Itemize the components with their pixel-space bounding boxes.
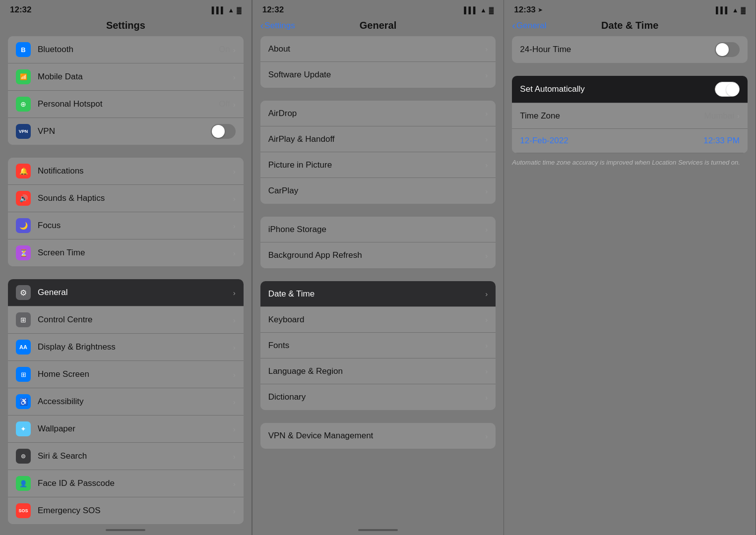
section-notifications: 🔔 Notifications › 🔊 Sounds & Haptics › 🌙… — [8, 158, 244, 266]
general-icon: ⚙ — [16, 285, 31, 300]
hotspot-icon: ⊕ — [16, 97, 31, 112]
row-bg-app-refresh[interactable]: Background App Refresh › — [260, 242, 496, 268]
timezone-label: Time Zone — [520, 111, 704, 121]
set-auto-toggle[interactable] — [715, 82, 740, 97]
notifications-label: Notifications — [38, 166, 233, 176]
iphone-storage-label: iPhone Storage — [268, 225, 486, 235]
row-control-centre[interactable]: ⊞ Control Centre › — [8, 306, 244, 334]
airplay-label: AirPlay & Handoff — [268, 134, 486, 144]
settings-title: Settings — [106, 20, 145, 31]
bluetooth-label: Bluetooth — [38, 45, 219, 55]
time-value: 12:33 PM — [703, 136, 740, 146]
pip-label: Picture in Picture — [268, 160, 486, 170]
row-pip[interactable]: Picture in Picture › — [260, 152, 496, 178]
siri-icon: ⊚ — [16, 449, 31, 464]
24hour-label: 24-Hour Time — [520, 45, 711, 55]
status-icons-2: ▌▌▌ ▲ ▓ — [464, 6, 494, 14]
dictionary-label: Dictionary — [268, 392, 486, 402]
row-focus[interactable]: 🌙 Focus › — [8, 212, 244, 239]
language-label: Language & Region — [268, 366, 486, 376]
auto-timezone-info: Automatic time zone accuracy is improved… — [504, 153, 756, 172]
battery-icon-3: ▓ — [741, 6, 746, 14]
row-airplay[interactable]: AirPlay & Handoff › — [260, 126, 496, 152]
row-wallpaper[interactable]: ✦ Wallpaper › — [8, 416, 244, 443]
status-time-3: 12:33 — [514, 5, 535, 15]
scroll-bar-1 — [0, 525, 252, 535]
display-label: Display & Brightness — [38, 342, 233, 352]
row-general[interactable]: ⚙ General › — [8, 279, 244, 306]
row-home-screen[interactable]: ⊞ Home Screen › — [8, 361, 244, 388]
section-datetime: Date & Time › Keyboard › Fonts › Languag… — [260, 281, 496, 410]
row-notifications[interactable]: 🔔 Notifications › — [8, 158, 244, 185]
bluetooth-value: On — [219, 45, 230, 55]
row-set-auto[interactable]: Set Automatically — [512, 76, 748, 103]
panel-general: 12:32 ▌▌▌ ▲ ▓ ‹ Settings General About ›… — [252, 0, 504, 535]
nav-header-3: ‹ General Date & Time — [504, 18, 756, 36]
screen-time-icon: ⏳ — [16, 245, 31, 260]
status-bar-3: 12:33 ➤ ▌▌▌ ▲ ▓ — [504, 0, 756, 18]
wallpaper-icon: ✦ — [16, 421, 31, 436]
row-keyboard[interactable]: Keyboard › — [260, 307, 496, 333]
back-button-datetime[interactable]: ‹ General — [512, 20, 546, 31]
section-airdrop: AirDrop › AirPlay & Handoff › Picture in… — [260, 101, 496, 204]
row-screen-time[interactable]: ⏳ Screen Time › — [8, 239, 244, 266]
emergency-sos-label: Emergency SOS — [38, 506, 233, 516]
airdrop-label: AirDrop — [268, 109, 486, 119]
general-page-title: General — [360, 20, 396, 31]
row-airdrop[interactable]: AirDrop › — [260, 101, 496, 126]
row-language[interactable]: Language & Region › — [260, 358, 496, 384]
bluetooth-icon: B — [16, 42, 31, 57]
section-vpn-device: VPN & Device Management › — [260, 423, 496, 449]
section-top: B Bluetooth On › 📶 Mobile Data › ⊕ Perso… — [8, 36, 244, 145]
24hour-toggle[interactable] — [715, 42, 740, 57]
signal-icon: ▌▌▌ — [212, 6, 226, 14]
accessibility-label: Accessibility — [38, 397, 233, 407]
fonts-label: Fonts — [268, 341, 486, 351]
about-label: About — [268, 44, 486, 54]
row-vpn[interactable]: VPN VPN — [8, 118, 244, 145]
screen-time-label: Screen Time — [38, 248, 233, 258]
focus-icon: 🌙 — [16, 218, 31, 233]
row-mobile-data[interactable]: 📶 Mobile Data › — [8, 63, 244, 91]
row-display[interactable]: AA Display & Brightness › — [8, 334, 244, 361]
notifications-icon: 🔔 — [16, 164, 31, 178]
vpn-toggle[interactable] — [211, 124, 236, 139]
general-label: General — [38, 288, 233, 297]
row-dictionary[interactable]: Dictionary › — [260, 384, 496, 410]
row-bluetooth[interactable]: B Bluetooth On › — [8, 36, 244, 63]
row-carplay[interactable]: CarPlay › — [260, 178, 496, 204]
settings-list-3: 24-Hour Time Set Automatically Time Zone… — [504, 36, 756, 535]
row-date-time[interactable]: Date & Time › — [260, 281, 496, 307]
row-face-id[interactable]: 👤 Face ID & Passcode › — [8, 470, 244, 497]
row-siri[interactable]: ⊚ Siri & Search › — [8, 443, 244, 470]
date-time-page-title: Date & Time — [601, 20, 658, 31]
row-24hour[interactable]: 24-Hour Time — [512, 36, 748, 63]
row-fonts[interactable]: Fonts › — [260, 333, 496, 358]
status-bar-1: 12:32 ▌▌▌ ▲ ▓ — [0, 0, 252, 18]
set-auto-toggle-thumb — [726, 83, 739, 96]
back-button-general[interactable]: ‹ Settings — [260, 20, 295, 31]
date-time-label: Date & Time — [268, 289, 486, 299]
signal-icon-3: ▌▌▌ — [716, 6, 730, 14]
row-date-time-values: 12-Feb-2022 12:33 PM — [512, 129, 748, 153]
nav-header-1: Settings — [0, 18, 252, 36]
row-iphone-storage[interactable]: iPhone Storage › — [260, 217, 496, 242]
battery-icon: ▓ — [237, 6, 241, 14]
row-vpn-device[interactable]: VPN & Device Management › — [260, 423, 496, 449]
signal-icon-2: ▌▌▌ — [464, 6, 478, 14]
row-personal-hotspot[interactable]: ⊕ Personal Hotspot Off › — [8, 91, 244, 118]
status-icons-1: ▌▌▌ ▲ ▓ — [212, 6, 242, 14]
row-accessibility[interactable]: ♿ Accessibility › — [8, 388, 244, 416]
software-update-label: Software Update — [268, 70, 486, 80]
battery-icon-2: ▓ — [489, 6, 494, 14]
status-time-2: 12:32 — [262, 5, 284, 15]
row-emergency-sos[interactable]: SOS Emergency SOS › — [8, 497, 244, 524]
wifi-icon-3: ▲ — [732, 6, 739, 14]
row-about[interactable]: About › — [260, 36, 496, 62]
control-centre-icon: ⊞ — [16, 312, 31, 327]
sounds-icon: 🔊 — [16, 191, 31, 206]
row-sounds[interactable]: 🔊 Sounds & Haptics › — [8, 185, 244, 212]
section-24hour: 24-Hour Time — [512, 36, 748, 63]
row-timezone[interactable]: Time Zone Mumbai › — [512, 103, 748, 129]
row-software-update[interactable]: Software Update › — [260, 62, 496, 88]
